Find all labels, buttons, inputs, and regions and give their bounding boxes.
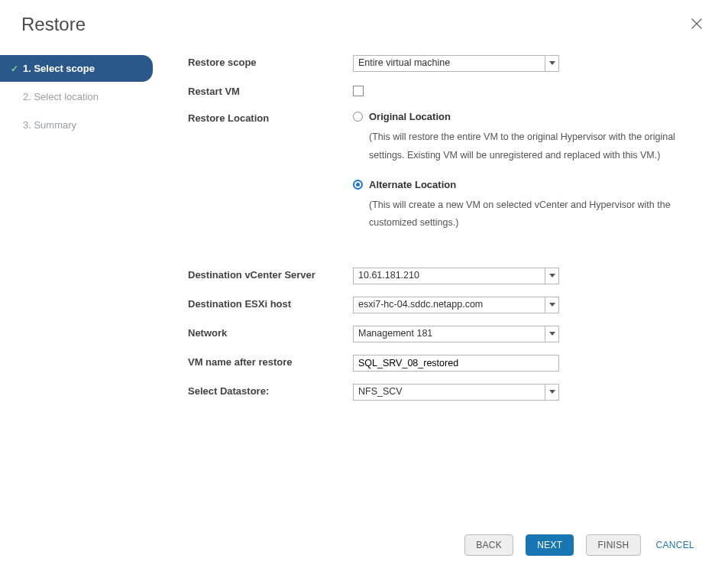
step-summary[interactable]: ✓ 3. Summary	[0, 112, 153, 138]
restore-dialog: Restore ✓ 1. Select scope ✓ 2. Select lo…	[0, 0, 728, 568]
restore-scope-select[interactable]: Entire virtual machine	[353, 55, 559, 72]
back-button[interactable]: BACK	[464, 534, 513, 556]
restore-scope-label: Restore scope	[188, 55, 353, 68]
vm-name-label: VM name after restore	[188, 355, 353, 368]
cancel-button[interactable]: CANCEL	[653, 535, 697, 555]
row-dest-vcenter: Destination vCenter Server 10.61.181.210	[188, 268, 713, 284]
restart-vm-checkbox[interactable]	[353, 86, 364, 96]
dest-vcenter-value: 10.61.181.210	[354, 268, 545, 284]
row-vm-name: VM name after restore	[188, 355, 713, 372]
check-icon: ✓	[9, 92, 20, 102]
network-label: Network	[188, 326, 353, 339]
chevron-down-icon	[545, 385, 558, 400]
dialog-header: Restore	[0, 0, 728, 46]
dest-esxi-label: Destination ESXi host	[188, 297, 353, 310]
step-select-location[interactable]: ✓ 2. Select location	[0, 83, 153, 110]
row-restore-location: Restore Location Original Location (This…	[188, 111, 713, 255]
step-select-scope[interactable]: ✓ 1. Select scope	[0, 55, 153, 82]
restore-location-radiogroup: Original Location (This will restore the…	[353, 111, 681, 255]
dialog-footer: BACK NEXT FINISH CANCEL	[0, 524, 728, 568]
radio-alternate-location[interactable]: Alternate Location	[353, 179, 681, 190]
check-icon: ✓	[9, 63, 20, 74]
wizard-steps: ✓ 1. Select scope ✓ 2. Select location ✓…	[0, 54, 153, 524]
radio-original-description: (This will restore the entire VM to the …	[369, 128, 681, 165]
dest-vcenter-select[interactable]: 10.61.181.210	[353, 268, 559, 284]
dest-esxi-select[interactable]: esxi7-hc-04.sddc.netapp.com	[353, 297, 559, 313]
radio-original-label: Original Location	[369, 111, 451, 122]
check-icon: ✓	[9, 120, 20, 131]
row-datastore: Select Datastore: NFS_SCV	[188, 384, 713, 401]
dialog-title: Restore	[21, 14, 86, 35]
dest-esxi-value: esxi7-hc-04.sddc.netapp.com	[354, 297, 545, 313]
dialog-body: ✓ 1. Select scope ✓ 2. Select location ✓…	[0, 54, 728, 524]
chevron-down-icon	[545, 297, 558, 313]
datastore-select[interactable]: NFS_SCV	[353, 384, 559, 401]
dest-vcenter-label: Destination vCenter Server	[188, 268, 353, 281]
vm-name-input[interactable]	[353, 355, 559, 372]
radio-alternate-label: Alternate Location	[369, 179, 456, 190]
row-restore-scope: Restore scope Entire virtual machine	[188, 55, 713, 72]
finish-button[interactable]: FINISH	[586, 534, 640, 556]
datastore-value: NFS_SCV	[354, 385, 545, 400]
restore-location-label: Restore Location	[188, 111, 353, 124]
datastore-label: Select Datastore:	[188, 384, 353, 397]
radio-icon	[353, 180, 363, 190]
network-value: Management 181	[354, 326, 545, 342]
chevron-down-icon	[545, 268, 558, 284]
row-restart-vm: Restart VM	[188, 84, 713, 99]
row-dest-esxi: Destination ESXi host esxi7-hc-04.sddc.n…	[188, 297, 713, 313]
form-area: Restore scope Entire virtual machine Res…	[153, 54, 728, 524]
radio-alternate-description: (This will create a new VM on selected v…	[369, 196, 681, 233]
chevron-down-icon	[545, 56, 558, 71]
step-label: 2. Select location	[23, 91, 99, 102]
chevron-down-icon	[545, 326, 558, 342]
network-select[interactable]: Management 181	[353, 326, 559, 342]
radio-original-location[interactable]: Original Location	[353, 111, 681, 122]
close-icon[interactable]	[687, 14, 707, 34]
radio-icon	[353, 112, 363, 122]
next-button[interactable]: NEXT	[526, 534, 574, 556]
row-network: Network Management 181	[188, 326, 713, 342]
restore-scope-value: Entire virtual machine	[354, 56, 545, 71]
restart-vm-label: Restart VM	[188, 84, 353, 97]
step-label: 1. Select scope	[23, 63, 95, 74]
step-label: 3. Summary	[23, 119, 76, 131]
